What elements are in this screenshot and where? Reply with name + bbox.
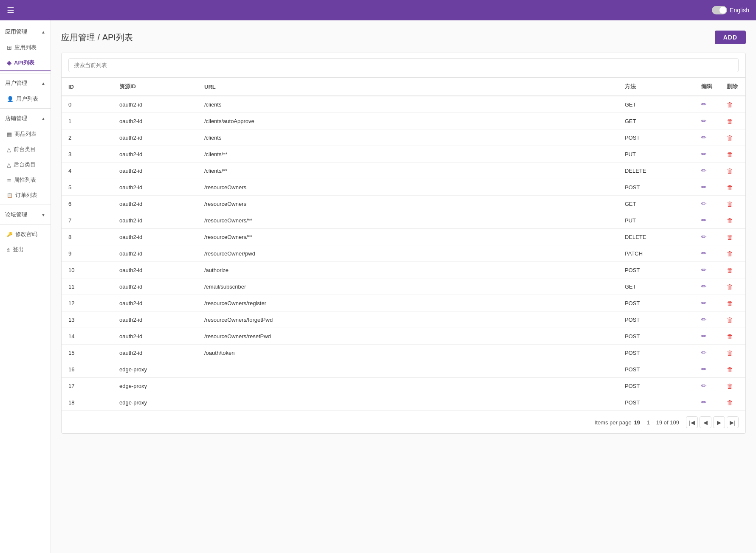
edit-button[interactable]: ✏ [701,150,707,157]
delete-button[interactable]: 🗑 [727,300,733,307]
delete-button[interactable]: 🗑 [727,399,733,406]
prev-page-button[interactable]: ◀ [700,416,711,428]
sidebar-item-product-list[interactable]: ▦ 商品列表 [0,126,51,142]
delete-button[interactable]: 🗑 [727,250,733,257]
table-container: ID 资源ID URL 方法 编辑 删除 0oauth2-id/clientsG… [61,53,746,434]
menu-toggle[interactable]: ☰ [7,5,14,15]
edit-button[interactable]: ✏ [701,299,707,306]
language-toggle-switch[interactable] [712,6,727,14]
sidebar-section-header-store[interactable]: 店铺管理 ▲ [0,110,51,126]
sidebar-item-order-list[interactable]: 📋 订单列表 [0,188,51,203]
delete-button[interactable]: 🗑 [727,333,733,340]
edit-button[interactable]: ✏ [701,365,707,373]
cell-resource-id: edge-proxy [113,394,197,411]
sidebar-item-api-list[interactable]: ◈ API列表 [0,55,51,71]
edit-button[interactable]: ✏ [701,316,707,323]
cell-method: POST [618,312,694,328]
delete-button[interactable]: 🗑 [727,217,733,224]
edit-button[interactable]: ✏ [701,101,707,108]
cell-edit: ✏ [694,394,720,411]
last-page-button[interactable]: ▶| [727,416,739,428]
edit-button[interactable]: ✏ [701,349,707,356]
search-input[interactable] [68,58,739,72]
items-per-page-value: 19 [634,419,640,426]
sidebar-item-app-list[interactable]: ⊞ 应用列表 [0,40,51,55]
cell-id: 12 [62,295,113,312]
cell-resource-id: oauth2-id [113,96,197,113]
api-table: ID 资源ID URL 方法 编辑 删除 0oauth2-id/clientsG… [62,78,745,411]
cell-delete: 🗑 [720,394,745,411]
sidebar-item-front-category[interactable]: △ 前台类目 [0,142,51,157]
edit-button[interactable]: ✏ [701,134,707,141]
delete-button[interactable]: 🗑 [727,366,733,373]
table-row: 8oauth2-id/resourceOwners/**DELETE✏🗑 [62,229,745,245]
cell-id: 17 [62,378,113,394]
cell-resource-id: edge-proxy [113,378,197,394]
edit-button[interactable]: ✏ [701,283,707,290]
table-row: 7oauth2-id/resourceOwners/**PUT✏🗑 [62,212,745,229]
cell-id: 4 [62,163,113,179]
edit-button[interactable]: ✏ [701,332,707,340]
add-button[interactable]: ADD [715,31,746,44]
cell-edit: ✏ [694,262,720,278]
delete-button[interactable]: 🗑 [727,316,733,323]
cell-edit: ✏ [694,345,720,361]
sidebar-section-header-user[interactable]: 用户管理 ▲ [0,75,51,91]
cell-edit: ✏ [694,295,720,312]
edit-button[interactable]: ✏ [701,200,707,207]
sidebar-item-back-category[interactable]: △ 后台类目 [0,157,51,172]
delete-button[interactable]: 🗑 [727,151,733,158]
cell-url [197,394,618,411]
delete-button[interactable]: 🗑 [727,134,733,141]
cell-url [197,361,618,378]
delete-button[interactable]: 🗑 [727,200,733,208]
first-page-icon: |◀ [689,419,694,426]
delete-button[interactable]: 🗑 [727,184,733,191]
cell-resource-id: oauth2-id [113,146,197,163]
delete-button[interactable]: 🗑 [727,382,733,390]
cell-method: PUT [618,146,694,163]
sidebar-item-change-pwd[interactable]: 🔑 修改密码 [0,227,51,242]
items-per-page-label: Items per page [595,419,632,426]
next-page-button[interactable]: ▶ [713,416,725,428]
cell-resource-id: oauth2-id [113,328,197,345]
cell-delete: 🗑 [720,312,745,328]
delete-button[interactable]: 🗑 [727,283,733,290]
sidebar-item-label-change-pwd: 修改密码 [15,230,37,238]
sidebar-item-attr-list[interactable]: ≣ 属性列表 [0,172,51,188]
sidebar-item-user-list[interactable]: 👤 用户列表 [0,91,51,107]
cell-method: POST [618,328,694,345]
col-header-edit: 编辑 [694,78,720,96]
divider-2 [0,108,51,109]
cell-method: POST [618,345,694,361]
delete-button[interactable]: 🗑 [727,349,733,357]
edit-button[interactable]: ✏ [701,167,707,174]
delete-button[interactable]: 🗑 [727,167,733,174]
sidebar-section-header-forum[interactable]: 论坛管理 ▼ [0,207,51,223]
cell-edit: ✏ [694,129,720,146]
first-page-button[interactable]: |◀ [686,416,698,428]
delete-button[interactable]: 🗑 [727,233,733,241]
sidebar-section-header-app[interactable]: 应用管理 ▲ [0,24,51,40]
edit-button[interactable]: ✏ [701,216,707,224]
chevron-down-icon-forum: ▼ [41,213,45,217]
edit-button[interactable]: ✏ [701,183,707,191]
top-navigation: ☰ English [0,0,756,20]
edit-button[interactable]: ✏ [701,250,707,257]
sidebar-item-logout[interactable]: ⎋ 登出 [0,242,51,257]
cell-resource-id: oauth2-id [113,295,197,312]
language-selector[interactable]: English [712,6,749,14]
table-row: 3oauth2-id/clients/**PUT✏🗑 [62,146,745,163]
edit-button[interactable]: ✏ [701,382,707,389]
cell-delete: 🗑 [720,179,745,196]
delete-button[interactable]: 🗑 [727,101,733,108]
cell-delete: 🗑 [720,262,745,278]
cell-resource-id: oauth2-id [113,345,197,361]
delete-button[interactable]: 🗑 [727,267,733,274]
edit-button[interactable]: ✏ [701,266,707,273]
edit-button[interactable]: ✏ [701,117,707,124]
table-row: 1oauth2-id/clients/autoApproveGET✏🗑 [62,113,745,129]
edit-button[interactable]: ✏ [701,233,707,240]
delete-button[interactable]: 🗑 [727,118,733,125]
edit-button[interactable]: ✏ [701,399,707,406]
